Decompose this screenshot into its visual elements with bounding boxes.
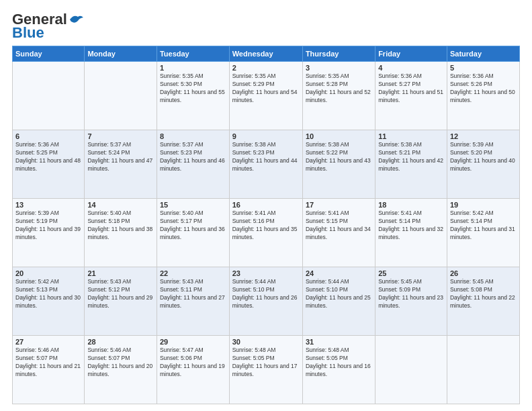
day-cell: 30Sunrise: 5:48 AM Sunset: 5:05 PM Dayli…: [229, 336, 302, 404]
day-info: Sunrise: 5:40 AM Sunset: 5:18 PM Dayligh…: [87, 210, 154, 242]
day-cell: 5Sunrise: 5:36 AM Sunset: 5:26 PM Daylig…: [447, 62, 519, 130]
day-info: Sunrise: 5:46 AM Sunset: 5:07 PM Dayligh…: [15, 347, 81, 379]
day-number: 30: [232, 338, 300, 346]
day-info: Sunrise: 5:47 AM Sunset: 5:06 PM Dayligh…: [160, 347, 226, 379]
day-number: 3: [306, 64, 372, 72]
day-cell: 27Sunrise: 5:46 AM Sunset: 5:07 PM Dayli…: [13, 336, 85, 404]
day-number: 26: [450, 269, 517, 277]
day-info: Sunrise: 5:46 AM Sunset: 5:07 PM Dayligh…: [87, 347, 154, 379]
day-number: 9: [232, 132, 300, 140]
day-number: 22: [160, 269, 226, 277]
day-number: 12: [450, 132, 517, 140]
day-number: 15: [160, 201, 226, 209]
day-number: 29: [160, 338, 226, 346]
day-cell: 7Sunrise: 5:37 AM Sunset: 5:24 PM Daylig…: [85, 130, 157, 199]
day-info: Sunrise: 5:39 AM Sunset: 5:20 PM Dayligh…: [450, 141, 517, 173]
day-cell: 16Sunrise: 5:41 AM Sunset: 5:16 PM Dayli…: [229, 199, 302, 267]
day-number: 4: [378, 64, 444, 72]
day-cell: 29Sunrise: 5:47 AM Sunset: 5:06 PM Dayli…: [157, 336, 229, 404]
day-info: Sunrise: 5:43 AM Sunset: 5:12 PM Dayligh…: [87, 278, 154, 310]
day-cell: [447, 336, 519, 404]
day-number: 28: [87, 338, 154, 346]
day-cell: 14Sunrise: 5:40 AM Sunset: 5:18 PM Dayli…: [85, 199, 157, 267]
day-cell: 17Sunrise: 5:41 AM Sunset: 5:15 PM Dayli…: [302, 199, 375, 267]
week-row-4: 27Sunrise: 5:46 AM Sunset: 5:07 PM Dayli…: [13, 336, 520, 404]
day-info: Sunrise: 5:44 AM Sunset: 5:10 PM Dayligh…: [232, 278, 300, 310]
day-number: 2: [232, 64, 300, 72]
day-number: 20: [15, 269, 81, 277]
day-number: 24: [306, 269, 372, 277]
logo-bird-icon: [69, 14, 83, 25]
day-number: 25: [378, 269, 444, 277]
day-info: Sunrise: 5:42 AM Sunset: 5:14 PM Dayligh…: [450, 210, 517, 242]
day-number: 21: [87, 269, 154, 277]
week-row-3: 20Sunrise: 5:42 AM Sunset: 5:13 PM Dayli…: [13, 267, 520, 336]
day-info: Sunrise: 5:45 AM Sunset: 5:09 PM Dayligh…: [378, 278, 444, 310]
day-info: Sunrise: 5:41 AM Sunset: 5:16 PM Dayligh…: [232, 210, 300, 242]
day-info: Sunrise: 5:42 AM Sunset: 5:13 PM Dayligh…: [15, 278, 81, 310]
day-header-tuesday: Tuesday: [157, 46, 229, 62]
day-cell: [85, 62, 157, 130]
day-info: Sunrise: 5:41 AM Sunset: 5:15 PM Dayligh…: [306, 210, 372, 242]
week-row-0: 1Sunrise: 5:35 AM Sunset: 5:30 PM Daylig…: [13, 62, 520, 130]
calendar-header-row: SundayMondayTuesdayWednesdayThursdayFrid…: [13, 46, 520, 62]
day-cell: 3Sunrise: 5:35 AM Sunset: 5:28 PM Daylig…: [302, 62, 375, 130]
day-header-saturday: Saturday: [447, 46, 519, 62]
day-number: 8: [160, 132, 226, 140]
day-cell: 10Sunrise: 5:38 AM Sunset: 5:22 PM Dayli…: [302, 130, 375, 199]
day-cell: 26Sunrise: 5:45 AM Sunset: 5:08 PM Dayli…: [447, 267, 519, 336]
day-number: 1: [160, 64, 226, 72]
day-cell: 15Sunrise: 5:40 AM Sunset: 5:17 PM Dayli…: [157, 199, 229, 267]
day-number: 27: [15, 338, 81, 346]
day-number: 18: [378, 201, 444, 209]
day-info: Sunrise: 5:37 AM Sunset: 5:24 PM Dayligh…: [87, 141, 154, 173]
day-header-thursday: Thursday: [302, 46, 375, 62]
day-info: Sunrise: 5:48 AM Sunset: 5:05 PM Dayligh…: [306, 347, 372, 379]
day-number: 5: [450, 64, 517, 72]
day-cell: 25Sunrise: 5:45 AM Sunset: 5:09 PM Dayli…: [375, 267, 447, 336]
day-cell: [13, 62, 85, 130]
day-cell: 31Sunrise: 5:48 AM Sunset: 5:05 PM Dayli…: [302, 336, 375, 404]
day-cell: 24Sunrise: 5:44 AM Sunset: 5:10 PM Dayli…: [302, 267, 375, 336]
day-info: Sunrise: 5:38 AM Sunset: 5:23 PM Dayligh…: [232, 141, 300, 173]
day-header-wednesday: Wednesday: [229, 46, 302, 62]
day-cell: [375, 336, 447, 404]
day-cell: 18Sunrise: 5:41 AM Sunset: 5:14 PM Dayli…: [375, 199, 447, 267]
day-header-monday: Monday: [85, 46, 157, 62]
day-cell: 21Sunrise: 5:43 AM Sunset: 5:12 PM Dayli…: [85, 267, 157, 336]
logo: General Blue: [12, 11, 83, 42]
day-info: Sunrise: 5:36 AM Sunset: 5:27 PM Dayligh…: [378, 73, 444, 105]
day-number: 23: [232, 269, 300, 277]
day-info: Sunrise: 5:40 AM Sunset: 5:17 PM Dayligh…: [160, 210, 226, 242]
day-cell: 20Sunrise: 5:42 AM Sunset: 5:13 PM Dayli…: [13, 267, 85, 336]
day-cell: 22Sunrise: 5:43 AM Sunset: 5:11 PM Dayli…: [157, 267, 229, 336]
calendar-table: SundayMondayTuesdayWednesdayThursdayFrid…: [12, 46, 520, 404]
day-cell: 12Sunrise: 5:39 AM Sunset: 5:20 PM Dayli…: [447, 130, 519, 199]
week-row-2: 13Sunrise: 5:39 AM Sunset: 5:19 PM Dayli…: [13, 199, 520, 267]
day-info: Sunrise: 5:41 AM Sunset: 5:14 PM Dayligh…: [378, 210, 444, 242]
day-number: 17: [306, 201, 372, 209]
day-cell: 6Sunrise: 5:36 AM Sunset: 5:25 PM Daylig…: [13, 130, 85, 199]
day-number: 16: [232, 201, 300, 209]
calendar-body: 1Sunrise: 5:35 AM Sunset: 5:30 PM Daylig…: [13, 62, 520, 404]
day-info: Sunrise: 5:48 AM Sunset: 5:05 PM Dayligh…: [232, 347, 300, 379]
week-row-1: 6Sunrise: 5:36 AM Sunset: 5:25 PM Daylig…: [13, 130, 520, 199]
header: General Blue: [12, 11, 520, 42]
day-info: Sunrise: 5:38 AM Sunset: 5:22 PM Dayligh…: [306, 141, 372, 173]
day-info: Sunrise: 5:45 AM Sunset: 5:08 PM Dayligh…: [450, 278, 517, 310]
day-info: Sunrise: 5:36 AM Sunset: 5:26 PM Dayligh…: [450, 73, 517, 105]
day-info: Sunrise: 5:44 AM Sunset: 5:10 PM Dayligh…: [306, 278, 372, 310]
day-number: 10: [306, 132, 372, 140]
day-number: 14: [87, 201, 154, 209]
day-cell: 2Sunrise: 5:35 AM Sunset: 5:29 PM Daylig…: [229, 62, 302, 130]
day-number: 19: [450, 201, 517, 209]
day-cell: 19Sunrise: 5:42 AM Sunset: 5:14 PM Dayli…: [447, 199, 519, 267]
page: General Blue SundayMondayTuesdayWednesda…: [0, 0, 532, 411]
day-header-sunday: Sunday: [13, 46, 85, 62]
day-info: Sunrise: 5:35 AM Sunset: 5:30 PM Dayligh…: [160, 73, 226, 105]
day-cell: 1Sunrise: 5:35 AM Sunset: 5:30 PM Daylig…: [157, 62, 229, 130]
day-cell: 28Sunrise: 5:46 AM Sunset: 5:07 PM Dayli…: [85, 336, 157, 404]
day-number: 6: [15, 132, 81, 140]
day-info: Sunrise: 5:39 AM Sunset: 5:19 PM Dayligh…: [15, 210, 81, 242]
day-cell: 23Sunrise: 5:44 AM Sunset: 5:10 PM Dayli…: [229, 267, 302, 336]
